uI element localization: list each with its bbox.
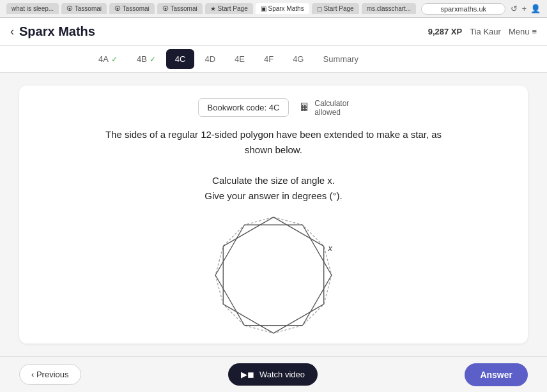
browser-tab-4[interactable]: ⦿ Tassomai: [157, 3, 203, 14]
browser-tabs: what is sleep... ⦿ Tassomai ⦿ Tassomai ⦿…: [6, 3, 416, 14]
user-name: Tia Kaur: [470, 27, 501, 36]
question-line1: The sides of a regular 12-sided polygon …: [38, 127, 509, 142]
browser-tab-5[interactable]: ★ Start Page: [205, 3, 253, 14]
content-card: Bookwork code: 4C 🖩 Calculator allowed T…: [19, 86, 528, 343]
tab-4C[interactable]: 4C: [166, 49, 195, 69]
tab-4G-label: 4G: [293, 54, 304, 64]
tab-summary[interactable]: Summary: [314, 49, 367, 69]
xp-display: 9,287 XP: [428, 27, 463, 36]
plus-icon[interactable]: +: [521, 4, 527, 13]
main-content: Bookwork code: 4C 🖩 Calculator allowed T…: [0, 73, 547, 356]
dodecagon: [215, 217, 332, 333]
watch-video-button[interactable]: ▶◼ Watch video: [228, 363, 318, 386]
tab-4D[interactable]: 4D: [196, 49, 224, 69]
reload-icon[interactable]: ↺: [511, 4, 518, 13]
menu-button[interactable]: Menu ≡: [509, 27, 537, 36]
browser-tab-6[interactable]: ◻ Start Page: [312, 3, 359, 14]
header-left: ‹ Sparx Maths: [10, 24, 95, 39]
header-right: 9,287 XP Tia Kaur Menu ≡: [428, 27, 537, 36]
previous-button[interactable]: ‹ Previous: [19, 364, 81, 385]
browser-tab-2[interactable]: ⦿ Tassomai: [61, 3, 107, 14]
answer-button[interactable]: Answer: [465, 363, 528, 386]
tab-4E-label: 4E: [235, 54, 245, 64]
app-header: ‹ Sparx Maths 9,287 XP Tia Kaur Menu ≡: [0, 18, 547, 46]
question-line3: Calculate the size of angle x.: [38, 173, 509, 188]
calculator-sub: allowed: [314, 108, 349, 117]
footer-bar: ‹ Previous ▶◼ Watch video Answer: [0, 356, 547, 392]
question-text: The sides of a regular 12-sided polygon …: [38, 127, 509, 204]
tab-4E[interactable]: 4E: [226, 49, 254, 69]
polygon-diagram: x: [210, 211, 337, 339]
tab-summary-label: Summary: [323, 54, 358, 64]
tab-4B-check: ✓: [150, 55, 156, 64]
tab-4F-label: 4F: [264, 54, 274, 64]
browser-tab-sparxmaths[interactable]: ▣ Sparx Maths: [256, 3, 309, 14]
bookwork-code: Bookwork code: 4C: [198, 98, 289, 117]
browser-tab-1[interactable]: what is sleep...: [6, 3, 59, 14]
menu-label: Menu: [509, 27, 530, 36]
question-line4: Give your answer in degrees (°).: [38, 188, 509, 204]
browser-icons: ↺ + 👤: [511, 4, 541, 13]
browser-tab-7[interactable]: ms.classchart...: [362, 3, 416, 14]
calculator-info: 🖩 Calculator allowed: [299, 99, 349, 117]
tab-4A-label: 4A: [98, 54, 109, 64]
question-line2: shown below.: [38, 142, 509, 158]
tab-4B-label: 4B: [137, 54, 147, 64]
person-icon[interactable]: 👤: [530, 4, 541, 13]
video-icon: ▶◼: [241, 370, 254, 379]
tab-bar: 4A ✓ 4B ✓ 4C 4D 4E 4F 4G Summary: [0, 46, 547, 73]
browser-bar: what is sleep... ⦿ Tassomai ⦿ Tassomai ⦿…: [0, 0, 547, 18]
tab-4G[interactable]: 4G: [284, 49, 312, 69]
tab-4D-label: 4D: [204, 54, 215, 64]
back-arrow[interactable]: ‹: [10, 25, 14, 38]
calculator-icon: 🖩: [299, 101, 311, 114]
calculator-text: Calculator allowed: [314, 99, 349, 117]
bookwork-row: Bookwork code: 4C 🖩 Calculator allowed: [38, 98, 509, 117]
tab-4A-check: ✓: [111, 55, 118, 64]
menu-icon: ≡: [532, 27, 537, 36]
browser-tab-3[interactable]: ⦿ Tassomai: [109, 3, 155, 14]
tab-4C-label: 4C: [175, 54, 186, 64]
calculator-label: Calculator: [314, 99, 349, 108]
angle-x-label: x: [327, 243, 332, 253]
address-bar[interactable]: sparxmaths.uk: [421, 3, 505, 15]
tab-4A[interactable]: 4A ✓: [89, 49, 127, 69]
tab-4B[interactable]: 4B ✓: [128, 49, 165, 69]
app-title: Sparx Maths: [19, 24, 95, 39]
diagram-container: x: [38, 211, 509, 339]
watch-video-label: Watch video: [259, 370, 305, 379]
tab-4F[interactable]: 4F: [255, 49, 282, 69]
